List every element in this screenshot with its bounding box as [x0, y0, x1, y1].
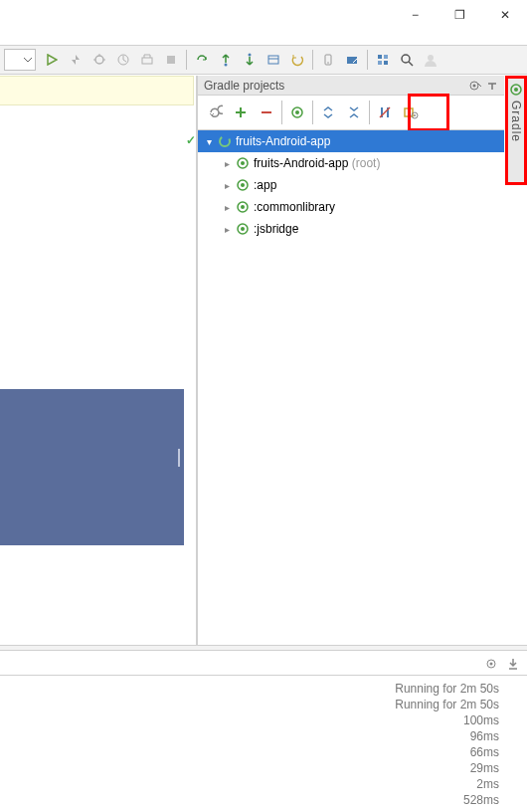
expand-all-button[interactable] — [315, 100, 341, 125]
tree-item-label: :commonlibrary — [252, 200, 335, 214]
chevron-right-icon[interactable]: ▸ — [220, 158, 234, 169]
svg-rect-19 — [384, 61, 388, 65]
tree-row[interactable]: ▸ :commonlibrary — [198, 196, 504, 218]
toolbar-separator — [312, 101, 313, 124]
svg-point-10 — [249, 54, 252, 57]
svg-point-46 — [514, 88, 518, 92]
user-icon[interactable] — [420, 49, 441, 71]
refresh-button[interactable] — [202, 100, 228, 125]
chevron-right-icon[interactable]: ▸ — [220, 202, 234, 213]
chevron-right-icon[interactable]: ▸ — [220, 224, 234, 235]
download-icon[interactable] — [507, 658, 519, 670]
panel-resize-handle[interactable] — [0, 645, 527, 651]
gradle-side-tab[interactable]: Gradle — [505, 76, 527, 185]
svg-point-38 — [241, 161, 245, 165]
tree-item-label: :jsbridge — [252, 222, 298, 236]
svg-point-20 — [402, 55, 410, 63]
attach-debugger-button[interactable] — [136, 49, 158, 71]
svg-point-40 — [241, 183, 245, 187]
add-button[interactable] — [228, 100, 254, 125]
svg-point-9 — [225, 64, 228, 67]
gradle-panel-header: Gradle projects — [198, 76, 504, 96]
gradle-icon — [509, 83, 523, 97]
svg-rect-18 — [378, 61, 382, 65]
svg-point-48 — [490, 662, 493, 665]
svg-rect-17 — [384, 55, 388, 59]
status-line: Running for 2m 50s — [4, 681, 499, 697]
svg-rect-16 — [378, 55, 382, 59]
svg-rect-7 — [142, 58, 152, 64]
svg-line-21 — [409, 62, 413, 66]
gradle-tab-label: Gradle — [509, 101, 523, 142]
project-structure-button[interactable] — [372, 49, 394, 71]
close-button[interactable]: ✕ — [482, 0, 527, 30]
checkmark-icon: ✓ — [186, 133, 196, 147]
svg-point-0 — [95, 56, 103, 64]
gear-icon[interactable] — [485, 657, 499, 671]
status-line: 2ms — [4, 776, 499, 792]
run-button[interactable] — [41, 49, 63, 71]
status-line: 29ms — [4, 760, 499, 776]
svg-point-35 — [414, 114, 416, 116]
tree-row[interactable]: ▸ :jsbridge — [198, 218, 504, 240]
gradle-settings-button[interactable] — [398, 100, 424, 125]
debug-button[interactable] — [88, 49, 110, 71]
tree-row[interactable]: ▸ fruits-Android-app (root) — [198, 152, 504, 174]
svg-point-36 — [220, 136, 230, 146]
svg-line-6 — [123, 60, 126, 62]
chevron-down-icon[interactable]: ▾ — [202, 136, 216, 147]
main-toolbar — [0, 45, 527, 75]
loading-icon — [216, 134, 234, 148]
gear-icon[interactable] — [468, 79, 482, 93]
svg-point-14 — [327, 62, 329, 64]
status-line: Running for 2m 50s — [4, 697, 499, 712]
editor-selection-block — [0, 389, 184, 545]
gradle-module-icon — [234, 156, 252, 170]
toolbar-separator — [281, 101, 282, 124]
toolbar-separator — [186, 50, 187, 70]
execute-task-button[interactable] — [284, 100, 310, 125]
gradle-module-icon — [234, 178, 252, 192]
sync-button[interactable] — [191, 49, 213, 71]
remove-button[interactable] — [254, 100, 279, 125]
tree-root-row[interactable]: ▾ fruits-Android-app — [198, 130, 504, 152]
svg-rect-8 — [167, 56, 175, 64]
svg-point-29 — [295, 110, 299, 114]
avd-manager-button[interactable] — [317, 49, 339, 71]
profile-button[interactable] — [112, 49, 134, 71]
toggle-offline-button[interactable] — [372, 100, 398, 125]
vcs-update-button[interactable] — [215, 49, 237, 71]
svg-point-42 — [241, 205, 245, 209]
svg-rect-11 — [268, 56, 278, 64]
svg-point-44 — [241, 227, 245, 231]
vcs-revert-button[interactable] — [286, 49, 308, 71]
chevron-down-icon — [24, 56, 32, 64]
toolbar-separator — [312, 50, 313, 70]
tree-root-label: fruits-Android-app — [234, 134, 330, 148]
maximize-button[interactable]: ❐ — [438, 0, 482, 30]
stop-button[interactable] — [160, 49, 182, 71]
notification-bar[interactable] — [0, 76, 194, 105]
search-button[interactable] — [396, 49, 418, 71]
svg-point-24 — [473, 84, 476, 87]
svg-point-22 — [428, 55, 434, 61]
minimize-button[interactable]: − — [393, 0, 438, 30]
editor-left-area — [0, 76, 194, 645]
gradle-module-icon — [234, 222, 252, 236]
tree-item-label: fruits-Android-app (root) — [252, 156, 380, 170]
gradle-module-icon — [234, 200, 252, 214]
status-line: 100ms — [4, 712, 499, 728]
sdk-manager-button[interactable] — [341, 49, 363, 71]
run-config-dropdown[interactable] — [4, 49, 36, 71]
tree-row[interactable]: ▸ :app — [198, 174, 504, 196]
vcs-history-button[interactable] — [263, 49, 284, 71]
chevron-right-icon[interactable]: ▸ — [220, 180, 234, 191]
gradle-panel-title: Gradle projects — [204, 79, 468, 93]
apply-changes-button[interactable] — [65, 49, 87, 71]
gradle-project-tree[interactable]: ✓ ▾ fruits-Android-app ▸ fruits-Android-… — [198, 130, 504, 240]
vcs-commit-button[interactable] — [239, 49, 261, 71]
hide-icon[interactable] — [486, 80, 498, 92]
collapse-all-button[interactable] — [341, 100, 367, 125]
tree-item-label: :app — [252, 178, 276, 192]
status-line: 528ms — [4, 792, 499, 808]
